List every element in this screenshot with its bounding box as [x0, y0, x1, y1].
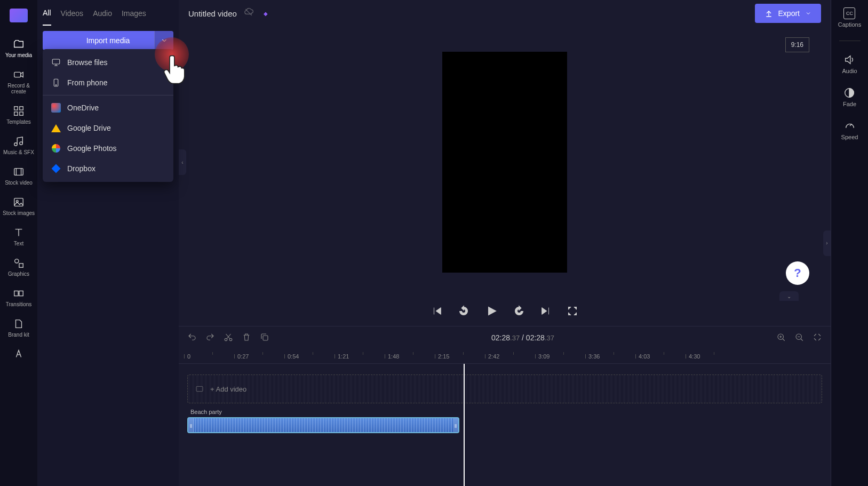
transitions-icon — [13, 288, 25, 299]
dropdown-browse-files[interactable]: Browse files — [43, 52, 173, 73]
timecode-display: 02:28.37 / 02:28.37 — [491, 333, 554, 342]
skip-end-button[interactable] — [540, 305, 552, 318]
collapse-panel-right[interactable]: › — [823, 230, 831, 256]
sidebar-item-transitions[interactable]: Transitions — [0, 282, 37, 313]
image-icon — [13, 196, 25, 208]
ruler-tick: 3:36 — [588, 353, 600, 360]
premium-badge-icon: ◆ — [264, 11, 268, 17]
svg-point-16 — [55, 85, 57, 86]
svg-point-6 — [20, 142, 23, 145]
captions-icon: CC — [843, 7, 855, 19]
dropdown-google-photos[interactable]: Google Photos — [43, 138, 173, 158]
sidebar-item-your-media[interactable]: Your media — [0, 33, 37, 63]
playhead[interactable] — [464, 364, 465, 486]
ai-icon — [13, 348, 25, 360]
import-media-button[interactable]: Import media — [43, 31, 173, 50]
export-button[interactable]: Export — [755, 4, 821, 23]
ruler-tick: 4:30 — [689, 353, 700, 360]
timeline-ruler[interactable]: 00:270:541:211:482:152:423:093:364:034:3… — [179, 349, 831, 364]
dropdown-google-drive[interactable]: Google Drive — [43, 118, 173, 138]
ruler-tick: 0:54 — [288, 353, 299, 360]
tab-videos[interactable]: Videos — [61, 2, 84, 25]
sidebar-item-more[interactable] — [0, 343, 37, 365]
zoom-fit-button[interactable] — [813, 332, 822, 344]
svg-rect-2 — [20, 107, 23, 110]
skip-start-button[interactable] — [431, 305, 443, 318]
dropdown-onedrive[interactable]: OneDrive — [43, 98, 173, 118]
sidebar-item-stock-video[interactable]: Stock video — [0, 161, 37, 191]
svg-rect-3 — [14, 112, 18, 115]
collapse-panel-left[interactable]: ‹ — [179, 149, 186, 175]
chevron-down-icon — [161, 37, 168, 44]
right-label: Fade — [843, 101, 856, 107]
phone-icon — [51, 78, 61, 87]
upload-icon — [765, 9, 773, 18]
google-photos-icon — [51, 144, 61, 153]
dropdown-from-phone[interactable]: From phone — [43, 73, 173, 93]
clip-handle-right[interactable]: || — [453, 418, 458, 432]
undo-button[interactable] — [187, 332, 197, 344]
dropdown-label: OneDrive — [67, 103, 99, 112]
google-drive-icon — [51, 123, 61, 133]
right-label: Audio — [842, 68, 857, 74]
video-track-placeholder[interactable]: + Add video — [187, 375, 822, 403]
sidebar-item-record-create[interactable]: Record & create — [0, 63, 37, 100]
tab-audio[interactable]: Audio — [93, 2, 112, 25]
sidebar-item-text[interactable]: Text — [0, 221, 37, 252]
project-title[interactable]: Untitled video — [188, 9, 237, 18]
cut-button[interactable] — [224, 332, 233, 344]
ruler-tick: 2:15 — [438, 353, 449, 360]
svg-rect-13 — [19, 291, 23, 296]
sidebar-item-music-sfx[interactable]: Music & SFX — [0, 130, 37, 161]
zoom-in-button[interactable] — [776, 332, 786, 344]
tab-all[interactable]: All — [43, 1, 51, 26]
dropdown-label: Dropbox — [67, 164, 95, 173]
dropdown-dropbox[interactable]: Dropbox — [43, 158, 173, 179]
preview-area: ‹ 9:16 ? ⌄ — [179, 27, 831, 298]
ruler-tick: 0 — [187, 353, 190, 360]
sidebar-item-brand-kit[interactable]: Brand kit — [0, 313, 37, 343]
brandkit-icon — [13, 318, 25, 330]
sidebar-item-stock-images[interactable]: Stock images — [0, 191, 37, 221]
dropbox-icon — [51, 164, 61, 173]
text-icon — [13, 227, 25, 238]
sidebar-label: Record & create — [2, 83, 35, 94]
right-item-audio[interactable]: Audio — [842, 54, 857, 74]
forward-5-button[interactable] — [513, 305, 525, 318]
aspect-ratio-badge[interactable]: 9:16 — [785, 37, 809, 52]
svg-point-5 — [14, 143, 18, 146]
delete-button[interactable] — [242, 332, 251, 344]
ruler-tick: 2:42 — [488, 353, 499, 360]
speaker-icon — [843, 54, 855, 66]
sidebar-item-templates[interactable]: Templates — [0, 100, 37, 130]
right-item-fade[interactable]: Fade — [843, 87, 856, 107]
svg-rect-4 — [20, 112, 23, 115]
sidebar-label: Stock video — [5, 180, 33, 186]
clip-handle-left[interactable]: || — [188, 418, 194, 432]
cloud-sync-icon[interactable] — [243, 7, 254, 20]
svg-rect-8 — [14, 198, 23, 206]
zoom-out-button[interactable] — [794, 332, 804, 344]
sidebar-item-graphics[interactable]: Graphics — [0, 252, 37, 282]
right-item-speed[interactable]: Speed — [841, 120, 858, 140]
timeline-area: 02:28.37 / 02:28.37 00:270:541:211:482:1… — [179, 326, 831, 486]
rewind-5-button[interactable] — [458, 305, 469, 318]
fullscreen-button[interactable] — [567, 305, 578, 318]
help-button[interactable]: ? — [786, 261, 809, 285]
right-item-captions[interactable]: CC Captions — [838, 7, 861, 28]
collapse-preview-toggle[interactable]: ⌄ — [779, 291, 799, 301]
tab-images[interactable]: Images — [122, 2, 146, 25]
svg-rect-7 — [14, 169, 23, 176]
svg-rect-12 — [14, 291, 18, 296]
audio-clip[interactable]: || || — [187, 417, 459, 433]
sidebar-label: Transitions — [6, 301, 32, 307]
onedrive-icon — [51, 103, 61, 113]
sidebar-label: Text — [14, 241, 23, 246]
play-button[interactable] — [484, 304, 498, 320]
preview-canvas[interactable] — [442, 52, 567, 273]
import-media-dropdown-toggle[interactable] — [154, 31, 173, 50]
redo-button[interactable] — [205, 332, 215, 344]
timeline-toolbar: 02:28.37 / 02:28.37 — [179, 326, 831, 349]
duplicate-button[interactable] — [260, 332, 269, 344]
ruler-tick: 4:03 — [639, 353, 650, 360]
